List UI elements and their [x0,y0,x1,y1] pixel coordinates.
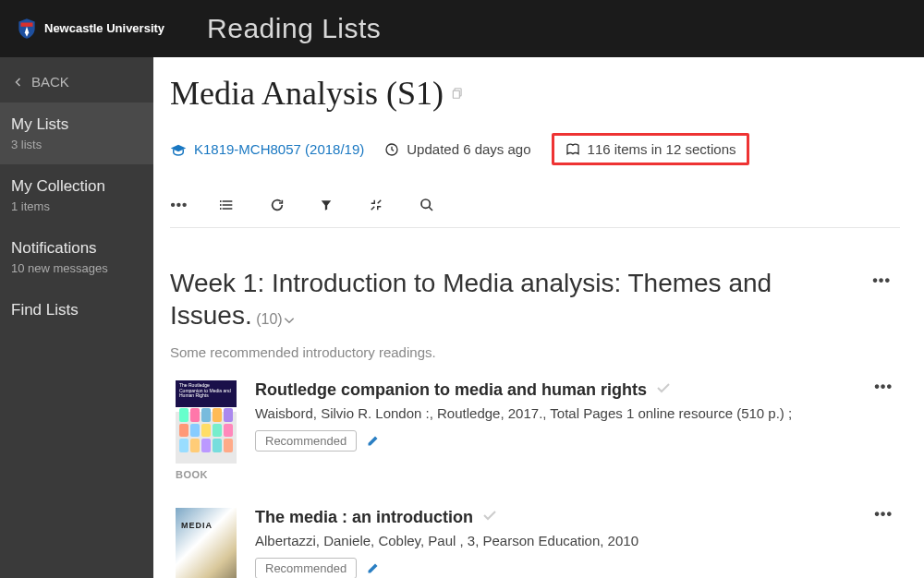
recommendation-tag: Recommended [255,558,357,578]
university-name: Newcastle University [44,22,164,35]
item-meta: Waisbord, Silvio R. London :, Routledge,… [255,405,894,421]
sidebar-item-title: My Lists [11,115,142,134]
sidebar-item-my-collection[interactable]: My Collection 1 items [0,164,153,226]
graduation-cap-icon [170,143,187,156]
sidebar: BACK My Lists 3 lists My Collection 1 it… [0,57,153,578]
sidebar-item-sub: 10 new messages [11,261,142,275]
book-cover-thumbnail: The Routledge Companion to Media and Hum… [176,380,237,464]
section-description: Some recommended introductory readings. [170,344,900,360]
more-actions-button[interactable]: ••• [170,197,188,212]
course-code-link[interactable]: K1819-MCH8057 (2018/19) [170,141,364,157]
svg-rect-1 [453,90,459,98]
updated-text: Updated 6 days ago [407,141,530,157]
items-summary-highlight: 116 items in 12 sections [552,133,750,165]
updated-meta: Updated 6 days ago [384,141,530,157]
sidebar-item-find-lists[interactable]: Find Lists [0,288,153,336]
items-summary-text: 116 items in 12 sections [588,141,736,157]
item-type-label: BOOK [176,469,208,480]
svg-point-4 [220,204,222,206]
chevron-down-icon [283,316,296,325]
check-outline-icon[interactable] [656,380,671,395]
chevron-left-icon [13,77,24,88]
item-menu-button[interactable]: ••• [874,379,893,395]
search-icon [419,198,434,212]
shield-icon [15,17,39,41]
edit-tag-button[interactable] [366,561,380,575]
app-title: Reading Lists [207,13,381,44]
copy-icon[interactable] [451,87,464,100]
list-toolbar: ••• [170,189,900,228]
sidebar-item-title: Notifications [11,239,142,258]
list-icon [220,199,235,211]
edit-tag-button[interactable] [366,434,380,448]
book-icon [565,143,580,156]
item-title[interactable]: The media : an introduction [255,508,473,526]
sidebar-item-title: My Collection [11,177,142,196]
compress-icon [370,199,383,211]
search-button[interactable] [419,198,438,212]
section-item-count[interactable]: (10) [256,311,295,327]
filter-icon [320,199,333,211]
list-meta-row: K1819-MCH8057 (2018/19) Updated 6 days a… [170,133,900,165]
refresh-button[interactable] [270,198,288,212]
back-label: BACK [31,74,69,90]
sidebar-item-title: Find Lists [11,301,142,319]
svg-point-5 [220,208,222,210]
sidebar-item-sub: 3 lists [11,138,142,151]
check-outline-icon[interactable] [482,508,497,523]
refresh-icon [270,198,285,212]
list-item[interactable]: ••• The Routledge Companion to Media and… [170,373,900,488]
section-count-text: (10) [256,311,282,327]
item-meta: Albertazzi, Daniele, Cobley, Paul , 3, P… [255,533,894,548]
main-content: Media Analysis (S1) K1819-MCH8057 (2018/… [153,57,924,578]
item-menu-button[interactable]: ••• [874,506,893,523]
recommendation-tag: Recommended [255,430,357,452]
list-title: Media Analysis (S1) [170,74,900,113]
list-title-text: Media Analysis (S1) [170,74,444,113]
book-cover-thumbnail: MEDIA [176,508,237,578]
filter-button[interactable] [320,199,338,211]
toc-button[interactable] [220,199,238,211]
sidebar-item-sub: 1 items [11,199,142,213]
svg-point-6 [421,199,430,208]
sidebar-item-my-lists[interactable]: My Lists 3 lists [0,102,153,164]
university-logo[interactable]: Newcastle University [15,17,164,41]
top-bar: Newcastle University Reading Lists [0,0,924,57]
item-title[interactable]: Routledge companion to media and human r… [255,380,647,399]
back-button[interactable]: BACK [0,57,153,102]
collapse-button[interactable] [370,199,388,211]
course-code-text: K1819-MCH8057 (2018/19) [194,141,364,157]
section-menu-button[interactable]: ••• [863,267,900,295]
pencil-icon [366,561,380,575]
pencil-icon [366,434,380,448]
svg-point-3 [220,200,222,202]
sidebar-item-notifications[interactable]: Notifications 10 new messages [0,226,153,288]
clock-icon [384,142,399,157]
list-item[interactable]: ••• MEDIA BOOK The media : an introducti… [170,500,900,578]
section-header: Week 1: Introduction to Media analysis: … [170,267,900,331]
